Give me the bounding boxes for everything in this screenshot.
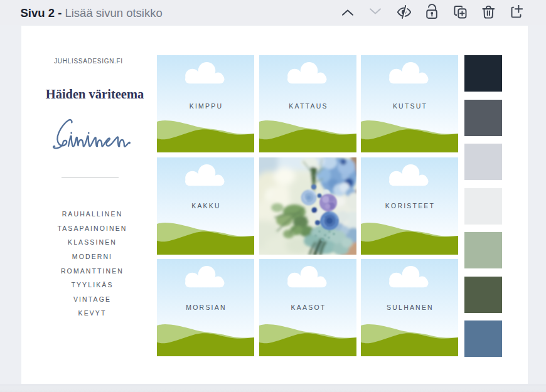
svg-text:KORISTEET: KORISTEET [385, 201, 435, 209]
svg-text:KAASOT: KAASOT [291, 304, 326, 311]
svg-text:MORSIAN: MORSIAN [186, 304, 226, 311]
svg-text:KIMPPU: KIMPPU [190, 102, 223, 110]
svg-text:SULHANEN: SULHANEN [387, 304, 434, 311]
svg-text:KAKKU: KAKKU [191, 201, 221, 209]
svg-text:KATTAUS: KATTAUS [289, 102, 328, 110]
svg-text:KUTSUT: KUTSUT [393, 102, 427, 110]
